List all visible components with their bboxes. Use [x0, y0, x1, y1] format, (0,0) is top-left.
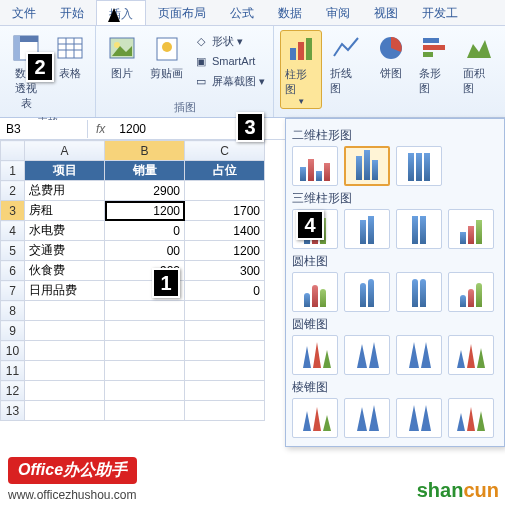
cell[interactable] [105, 401, 185, 421]
cell[interactable] [105, 341, 185, 361]
bar-chart-button[interactable]: 条形图 [415, 30, 455, 109]
cell[interactable] [25, 341, 105, 361]
cell[interactable] [105, 381, 185, 401]
cell[interactable]: 1700 [185, 201, 265, 221]
tab-insert[interactable]: 插入 [96, 0, 146, 25]
svg-marker-35 [421, 405, 431, 431]
cell[interactable] [25, 321, 105, 341]
chart-cylinder-2[interactable] [344, 272, 390, 312]
row-header[interactable]: 3 [1, 201, 25, 221]
cell[interactable]: 0 [185, 281, 265, 301]
cell[interactable] [185, 341, 265, 361]
cell[interactable] [25, 361, 105, 381]
row-header[interactable]: 5 [1, 241, 25, 261]
tab-review[interactable]: 审阅 [314, 0, 362, 25]
cell[interactable] [185, 381, 265, 401]
column-chart-button[interactable]: 柱形图▼ [280, 30, 322, 109]
cell[interactable] [25, 301, 105, 321]
cell[interactable]: 占位 [185, 161, 265, 181]
row-header[interactable]: 8 [1, 301, 25, 321]
table-button[interactable]: 表格 [50, 30, 90, 113]
cell[interactable]: 2900 [105, 181, 185, 201]
chart-3d-column[interactable] [448, 209, 494, 249]
row-header[interactable]: 13 [1, 401, 25, 421]
row-header[interactable]: 9 [1, 321, 25, 341]
tab-file[interactable]: 文件 [0, 0, 48, 25]
cell[interactable]: 0 [105, 221, 185, 241]
chart-cone-1[interactable] [292, 335, 338, 375]
cell[interactable]: 1400 [185, 221, 265, 241]
tab-layout[interactable]: 页面布局 [146, 0, 218, 25]
cell[interactable]: 交通费 [25, 241, 105, 261]
cell[interactable]: 项目 [25, 161, 105, 181]
tab-home[interactable]: 开始 [48, 0, 96, 25]
cell[interactable]: 00 [105, 241, 185, 261]
row-header[interactable]: 7 [1, 281, 25, 301]
chart-cylinder-4[interactable] [448, 272, 494, 312]
cell[interactable] [105, 321, 185, 341]
chart-cone-4[interactable] [448, 335, 494, 375]
row-header[interactable]: 10 [1, 341, 25, 361]
col-header-c[interactable]: C [185, 141, 265, 161]
fx-icon[interactable]: fx [88, 122, 113, 136]
name-box[interactable]: B3 [0, 120, 88, 138]
chart-pyramid-1[interactable] [292, 398, 338, 438]
chart-pyramid-3[interactable] [396, 398, 442, 438]
cell[interactable] [185, 181, 265, 201]
cell[interactable]: 日用品费 [25, 281, 105, 301]
chart-cone-3[interactable] [396, 335, 442, 375]
col-header-a[interactable]: A [25, 141, 105, 161]
cell[interactable]: 销量 [105, 161, 185, 181]
cell[interactable]: 房租 [25, 201, 105, 221]
clipart-button[interactable]: 剪贴画 [146, 30, 187, 83]
cell[interactable] [185, 321, 265, 341]
grid[interactable]: A B C 1 项目 销量 占位 2总费用2900 3房租12001700 4水… [0, 140, 265, 421]
active-cell[interactable]: 1200 [105, 201, 185, 221]
cell[interactable] [185, 361, 265, 381]
row-header[interactable]: 4 [1, 221, 25, 241]
chart-3d-100-stacked[interactable] [396, 209, 442, 249]
cell[interactable]: 水电费 [25, 221, 105, 241]
tab-data[interactable]: 数据 [266, 0, 314, 25]
chart-clustered-column[interactable] [292, 146, 338, 186]
cell[interactable]: 300 [185, 261, 265, 281]
tab-dev[interactable]: 开发工 [410, 0, 470, 25]
chart-cylinder-3[interactable] [396, 272, 442, 312]
chart-cylinder-1[interactable] [292, 272, 338, 312]
svg-marker-27 [467, 344, 475, 368]
area-chart-button[interactable]: 面积图 [459, 30, 499, 109]
row-header[interactable]: 11 [1, 361, 25, 381]
row-header[interactable]: 1 [1, 161, 25, 181]
shapes-button[interactable]: ◇形状 ▾ [191, 32, 267, 50]
svg-rect-2 [14, 36, 20, 60]
chart-pyramid-4[interactable] [448, 398, 494, 438]
row-header[interactable]: 6 [1, 261, 25, 281]
picture-button[interactable]: 图片 [102, 30, 142, 83]
cell[interactable] [25, 381, 105, 401]
cell[interactable] [105, 301, 185, 321]
cell[interactable] [25, 401, 105, 421]
chart-stacked-column[interactable] [344, 146, 390, 186]
chart-3d-stacked[interactable] [344, 209, 390, 249]
cell[interactable]: 总费用 [25, 181, 105, 201]
cell[interactable] [185, 401, 265, 421]
svg-marker-38 [477, 411, 485, 431]
cell[interactable] [185, 301, 265, 321]
chart-cone-2[interactable] [344, 335, 390, 375]
tab-view[interactable]: 视图 [362, 0, 410, 25]
section-cylinder: 圆柱图 [292, 253, 498, 270]
col-header-b[interactable]: B [105, 141, 185, 161]
cell[interactable] [105, 361, 185, 381]
row-header[interactable]: 2 [1, 181, 25, 201]
cell[interactable]: 伙食费 [25, 261, 105, 281]
tab-formula[interactable]: 公式 [218, 0, 266, 25]
chart-pyramid-2[interactable] [344, 398, 390, 438]
row-header[interactable]: 12 [1, 381, 25, 401]
cell[interactable]: 1200 [185, 241, 265, 261]
select-all-corner[interactable] [1, 141, 25, 161]
chart-100-stacked-column[interactable] [396, 146, 442, 186]
line-chart-button[interactable]: 折线图 [326, 30, 366, 109]
smartart-button[interactable]: ▣SmartArt [191, 52, 267, 70]
screenshot-button[interactable]: ▭屏幕截图 ▾ [191, 72, 267, 90]
pie-chart-button[interactable]: 饼图 [371, 30, 411, 109]
